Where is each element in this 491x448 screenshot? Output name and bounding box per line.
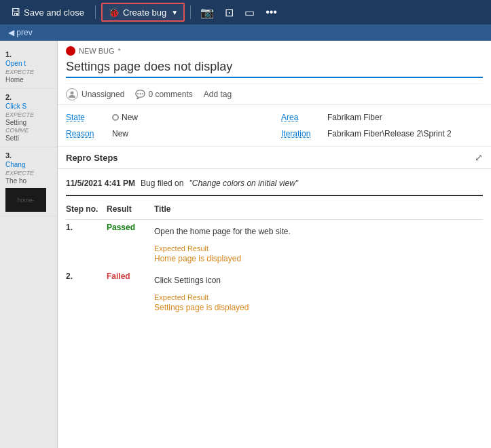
reason-label[interactable]: Reason — [66, 129, 107, 138]
prev-button[interactable]: ◀ prev — [8, 28, 33, 37]
step-1-expected-label: Expected Result — [154, 244, 477, 253]
sidebar-item-2-exp-label: EXPECTE — [5, 111, 52, 118]
sidebar-item-3[interactable]: 3. Chang EXPECTE The ho home- — [0, 147, 57, 217]
sidebar-item-3-sub: Chang — [5, 161, 52, 168]
comments-button[interactable]: 💬 0 comments — [135, 90, 192, 99]
video-icon: ▭ — [244, 7, 255, 18]
step-1-expected-value: Home page is displayed — [154, 254, 477, 263]
bug-meta: Unassigned 💬 0 comments Add tag — [66, 83, 483, 105]
sidebar-item-2[interactable]: 2. Click S EXPECTE Setting COMME Setti — [0, 89, 57, 147]
state-label[interactable]: State — [66, 113, 107, 122]
step-2-title: Click Settings icon — [154, 272, 477, 285]
sidebar-item-2-exp-val: Setting — [5, 118, 52, 127]
comments-count: 0 comments — [148, 90, 192, 99]
bug-red-icon — [66, 46, 75, 56]
dropdown-arrow-icon: ▼ — [171, 9, 178, 16]
nav-bar: ◀ prev — [0, 24, 491, 41]
step-2-expected-value: Settings page is displayed — [154, 303, 477, 312]
assignee-area: Unassigned — [66, 88, 124, 100]
camera-button[interactable]: 📷 — [196, 3, 218, 22]
save-close-button[interactable]: 🖫 Save and close — [5, 4, 90, 20]
col-title: Title — [154, 202, 483, 220]
screen-record-button[interactable]: ⊡ — [221, 3, 238, 22]
steps-table: Step no. Result Title 1. Passed Open the… — [66, 202, 483, 318]
assignee-label: Unassigned — [81, 90, 124, 99]
col-step-no: Step no. — [66, 202, 107, 220]
sidebar-item-2-num: 2. — [5, 93, 52, 101]
sidebar-item-1-exp-label: EXPECTE — [5, 69, 52, 75]
step-1-content: Open the home page for the web site. Exp… — [154, 220, 483, 269]
main-layout: 1. Open t EXPECTE Home 2. Click S EXPECT… — [0, 41, 491, 448]
state-dot-icon — [112, 114, 119, 121]
bug-modified-indicator: * — [118, 47, 121, 55]
state-value: New — [112, 113, 138, 122]
camera-icon: 📷 — [200, 7, 214, 18]
comment-icon: 💬 — [135, 90, 145, 99]
area-label[interactable]: Area — [281, 113, 322, 122]
sidebar-item-2-comment-val: Setti — [5, 134, 52, 143]
bug-toolbar-icon: 🐞 — [108, 7, 120, 18]
table-row: 2. Failed Click Settings icon Expected R… — [66, 269, 483, 318]
state-text: New — [122, 113, 138, 122]
iteration-value: Fabrikam Fiber\Release 2\Sprint 2 — [327, 129, 452, 138]
table-row: 1. Passed Open the home page for the web… — [66, 220, 483, 269]
step-2-expected-label: Expected Result — [154, 293, 477, 301]
sidebar-item-3-exp-label: EXPECTE — [5, 170, 52, 176]
expand-icon[interactable]: ⤢ — [475, 152, 483, 163]
content-area: NEW BUG * Unassigned 💬 0 comments — [58, 41, 491, 448]
video-button[interactable]: ▭ — [240, 3, 259, 22]
area-value: Fabrikam Fiber — [327, 113, 382, 122]
reason-value: New — [112, 129, 128, 138]
step-2-content: Click Settings icon Expected Result Sett… — [154, 269, 483, 318]
bug-type-label: NEW BUG * — [66, 46, 483, 56]
step-1-num: 1. — [66, 220, 107, 269]
more-icon: ••• — [266, 6, 277, 18]
step-2-result: Failed — [107, 269, 154, 318]
bug-type-text: NEW BUG — [79, 47, 115, 55]
step-2-num: 2. — [66, 269, 107, 318]
table-header-row: Step no. Result Title — [66, 202, 483, 220]
filed-text: Bug filed on — [141, 179, 183, 188]
sidebar-item-2-comment-label: COMME — [5, 127, 52, 134]
create-bug-label: Create bug — [123, 7, 166, 18]
add-tag-button[interactable]: Add tag — [204, 90, 232, 99]
sidebar-item-1-sub: Open t — [5, 60, 52, 67]
toolbar-separator-2 — [190, 5, 191, 19]
steps-container: 11/5/2021 4:41 PM Bug filed on "Change c… — [58, 169, 491, 323]
sidebar-item-3-thumbnail: home- — [5, 188, 46, 212]
save-icon: 🖫 — [11, 7, 20, 18]
repro-section: Repro Steps ⤢ 11/5/2021 4:41 PM Bug file… — [58, 147, 491, 448]
bug-title-input[interactable] — [66, 58, 483, 78]
thumbnail-label: home- — [17, 197, 35, 204]
fields-section: State New Area Fabrikam Fiber Reason New… — [58, 105, 491, 147]
area-field-row: Area Fabrikam Fiber — [281, 111, 483, 124]
filed-date: 11/5/2021 4:41 PM — [66, 179, 135, 188]
svg-point-0 — [71, 92, 74, 95]
toolbar: 🖫 Save and close 🐞 Create bug ▼ 📷 ⊡ ▭ ••… — [0, 0, 491, 24]
more-options-button[interactable]: ••• — [261, 3, 281, 21]
sidebar: 1. Open t EXPECTE Home 2. Click S EXPECT… — [0, 41, 58, 448]
col-result: Result — [107, 202, 154, 220]
iteration-label[interactable]: Iteration — [281, 129, 322, 138]
sidebar-item-3-exp-val: The ho — [5, 176, 52, 185]
repro-header: Repro Steps ⤢ — [58, 147, 491, 169]
step-1-result: Passed — [107, 220, 154, 269]
sidebar-item-3-num: 3. — [5, 151, 52, 160]
sidebar-item-1[interactable]: 1. Open t EXPECTE Home — [0, 46, 57, 89]
iteration-field-row: Iteration Fabrikam Fiber\Release 2\Sprin… — [281, 127, 483, 141]
bug-header: NEW BUG * Unassigned 💬 0 comments — [58, 41, 491, 105]
step-1-title: Open the home page for the web site. — [154, 223, 477, 236]
person-icon — [66, 88, 78, 100]
reason-field-row: Reason New — [66, 127, 268, 141]
screen-record-icon: ⊡ — [225, 7, 234, 18]
sidebar-item-1-exp-val: Home — [5, 75, 52, 84]
bug-filed-row: 11/5/2021 4:41 PM Bug filed on "Change c… — [66, 174, 483, 196]
repro-title: Repro Steps — [66, 153, 118, 163]
toolbar-separator — [95, 5, 96, 19]
save-close-label: Save and close — [24, 7, 84, 18]
state-field-row: State New — [66, 111, 268, 124]
sidebar-item-1-num: 1. — [5, 50, 52, 58]
create-bug-button[interactable]: 🐞 Create bug ▼ — [101, 3, 185, 22]
sidebar-item-2-sub: Click S — [5, 102, 52, 110]
filed-link: "Change colors on initial view" — [189, 179, 298, 188]
